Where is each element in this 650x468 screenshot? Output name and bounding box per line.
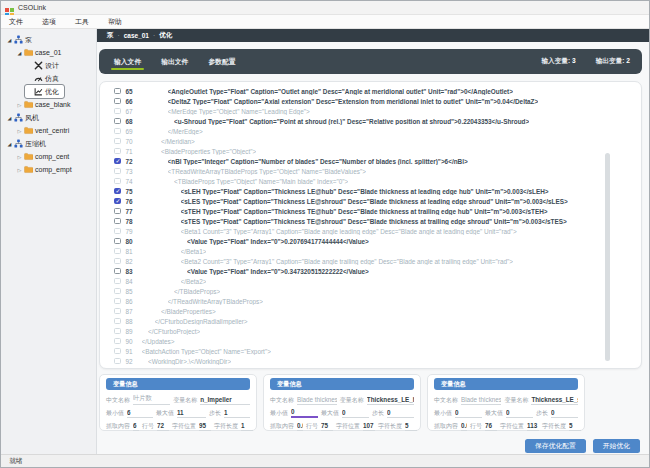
code-line-80[interactable]: 80<Value Type="Float" Index="0">0.207694… (114, 236, 641, 246)
code-line-66[interactable]: 66<DeltaZ Type="Float" Caption="Axial ex… (114, 96, 641, 106)
code-line-90[interactable]: 90</Updates> (114, 336, 641, 346)
code-line-82[interactable]: 82<Beta2 Count="3" Type="Array1" Caption… (114, 256, 641, 266)
char-len-field[interactable]: 5 (405, 422, 417, 431)
expand-arrow-icon[interactable]: ◢ (5, 37, 14, 43)
max-field[interactable]: 0 (342, 409, 369, 418)
line-checkbox[interactable] (114, 118, 121, 125)
char-len-field[interactable]: 5 (569, 422, 581, 431)
code-line-72[interactable]: 72<nBl Type="Integer" Caption="Number of… (114, 156, 641, 166)
collapse-arrow-icon[interactable]: ▷ (15, 128, 24, 134)
line-checkbox[interactable] (114, 218, 121, 225)
scrollbar-thumb[interactable] (605, 153, 610, 362)
breadcrumb-item[interactable]: 优化 (159, 31, 172, 40)
menu-item-3[interactable]: 帮助 (108, 17, 122, 27)
tab-output-files[interactable]: 输出文件 (160, 53, 189, 71)
code-line-68[interactable]: 68<u-Shroud Type="Float" Caption="Point … (114, 116, 641, 126)
code-line-75[interactable]: 75<sLEH Type="Float" Caption="Thickness … (114, 186, 641, 196)
char-len-field[interactable]: 1 (241, 422, 253, 431)
step-field[interactable]: 0 (551, 409, 578, 418)
code-line-86[interactable]: 86</TReadWriteArrayTBladeProps> (114, 296, 641, 306)
sidebar-item-vent-centri[interactable]: ▷vent_centri (15, 124, 74, 137)
char-pos-field[interactable]: 113 (527, 422, 539, 431)
line-text: </Beta1> (181, 248, 207, 255)
char-pos-field[interactable]: 107 (363, 422, 375, 431)
sidebar-item-compressor[interactable]: ◢压缩机 (5, 137, 51, 150)
code-line-85[interactable]: 85</TBladeProps> (114, 286, 641, 296)
code-line-87[interactable]: 87</BladeProperties> (114, 306, 641, 316)
code-line-91[interactable]: 91<BatchAction Type="Object" Name="Expor… (114, 346, 641, 356)
max-field[interactable]: 11 (177, 409, 206, 418)
collapse-arrow-icon[interactable]: ▷ (15, 167, 24, 173)
content-field[interactable]: 6 (133, 422, 139, 431)
var-name-field[interactable]: n_Impeller (200, 396, 250, 405)
line-number: 73 (126, 168, 142, 175)
code-line-79[interactable]: 79<Beta1 Count="3" Type="Array1" Caption… (114, 226, 641, 236)
line-no-field[interactable]: 76 (485, 422, 497, 431)
code-line-76[interactable]: 76<sLES Type="Float" Caption="Thickness … (114, 196, 641, 206)
breadcrumb-item[interactable]: 泵 (107, 31, 114, 40)
line-checkbox[interactable] (114, 268, 121, 275)
sidebar-item-comp-empt[interactable]: ▷comp_empt (15, 163, 77, 176)
code-line-67[interactable]: 67<MerEdge Type="Object" Name="Leading E… (114, 106, 641, 116)
menu-item-2[interactable]: 工具 (75, 17, 89, 27)
step-field[interactable]: 1 (224, 409, 250, 418)
code-line-81[interactable]: 81</Beta1> (114, 246, 641, 256)
content-field[interactable]: 0.003 (297, 422, 303, 431)
code-line-77[interactable]: 77<sTEH Type="Float" Caption="Thickness … (114, 206, 641, 216)
min-field[interactable]: 6 (127, 409, 153, 418)
line-no-field[interactable]: 72 (157, 422, 169, 431)
line-checkbox[interactable] (114, 98, 121, 105)
code-line-83[interactable]: 83<Value Type="Float" Index="0">0.347320… (114, 266, 641, 276)
collapse-arrow-icon[interactable]: ▷ (15, 154, 24, 160)
code-line-84[interactable]: 84</Beta2> (114, 276, 641, 286)
sidebar-item-design[interactable]: 设计 (25, 59, 64, 72)
save-config-button[interactable]: 保存优化配置 (525, 439, 586, 453)
var-name-field[interactable]: Thickness_LE_hub_sLE (367, 396, 414, 405)
expand-arrow-icon[interactable]: ◢ (5, 141, 14, 147)
sidebar-item-case-blank[interactable]: ▷case_blank (15, 98, 75, 111)
line-checkbox[interactable] (114, 88, 121, 95)
code-line-65[interactable]: 65<AngleOutlet Type="Float" Caption="Out… (114, 86, 641, 96)
code-line-70[interactable]: 70</Meridian> (114, 136, 641, 146)
scrollbar[interactable] (605, 86, 610, 364)
cn-name-field[interactable]: 叶片数 (133, 394, 170, 405)
cn-name-field[interactable]: Blade thickness at lea (297, 396, 337, 405)
collapse-arrow-icon[interactable]: ▷ (15, 102, 24, 108)
line-no-field[interactable]: 75 (321, 422, 333, 431)
code-line-78[interactable]: 78<sTES Type="Float" Caption="Thickness … (114, 216, 641, 226)
line-checkbox[interactable] (114, 198, 121, 205)
sidebar-item-optimize[interactable]: 优化 (25, 85, 64, 98)
code-line-92[interactable]: 92<WorkingDir>.\</WorkingDir> (114, 356, 641, 366)
line-checkbox[interactable] (114, 188, 121, 195)
sidebar-item-simulate[interactable]: 仿真 (25, 72, 64, 85)
menu-item-1[interactable]: 选项 (42, 17, 56, 27)
sidebar-item-case-01[interactable]: ◢case_01 (15, 46, 66, 59)
code-line-73[interactable]: 73<TReadWriteArrayTBladeProps Type="Obje… (114, 166, 641, 176)
cn-name-field[interactable]: Blade thickness at lea (461, 396, 501, 405)
code-line-89[interactable]: 89</CFturboProject> (114, 326, 641, 336)
line-checkbox[interactable] (114, 208, 121, 215)
max-field[interactable]: 0 (506, 409, 533, 418)
code-line-69[interactable]: 69</MerEdge> (114, 126, 641, 136)
sidebar-item-comp-cent[interactable]: ▷comp_cent (15, 150, 74, 163)
code-line-74[interactable]: 74<TBladeProps Type="Object" Name="Main … (114, 176, 641, 186)
sidebar-item-fan[interactable]: ◢风机 (5, 111, 44, 124)
var-name-field[interactable]: Thickness_LE_shroud_ (531, 396, 578, 405)
line-checkbox[interactable] (114, 158, 121, 165)
min-field[interactable]: 0 (291, 408, 318, 418)
expand-arrow-icon[interactable]: ◢ (5, 115, 14, 121)
line-checkbox[interactable] (114, 238, 121, 245)
content-field[interactable]: 0.003 (461, 422, 467, 431)
breadcrumb-item[interactable]: case_01 (124, 32, 149, 39)
code-line-71[interactable]: 71<BladeProperties Type="Object"> (114, 146, 641, 156)
start-optimize-button[interactable]: 开始优化 (593, 439, 640, 453)
menu-item-0[interactable]: 文件 (9, 17, 23, 27)
expand-arrow-icon[interactable]: ◢ (15, 50, 24, 56)
code-line-88[interactable]: 88</CFturboDesignRadialImpeller> (114, 316, 641, 326)
tab-param-config[interactable]: 参数配置 (207, 53, 236, 71)
step-field[interactable]: 0 (387, 409, 414, 418)
min-field[interactable]: 0 (455, 409, 482, 418)
sidebar-item-pump[interactable]: ◢泵 (5, 33, 37, 46)
tab-input-files[interactable]: 输入文件 (113, 53, 142, 71)
char-pos-field[interactable]: 95 (199, 422, 211, 431)
